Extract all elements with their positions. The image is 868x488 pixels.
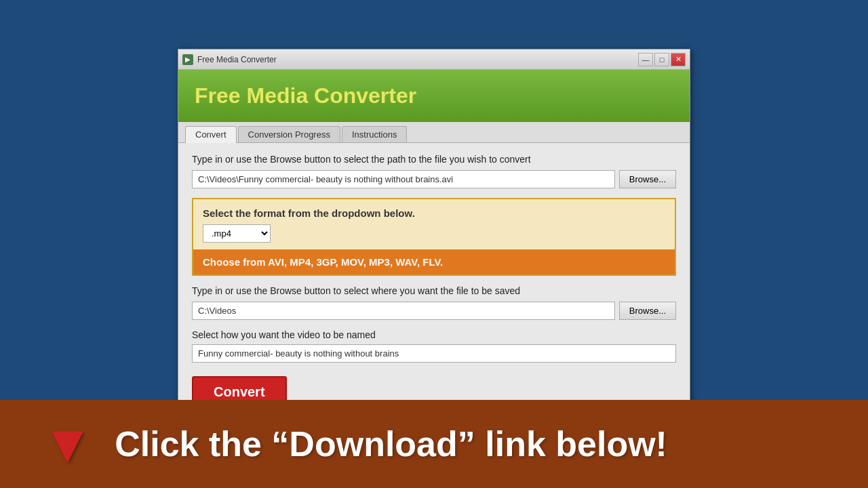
format-box: Select the format from the dropdown belo… (192, 198, 676, 276)
format-dropdown[interactable]: .mp4 .avi .3gp .mov .mp3 .wav .flv (203, 224, 271, 243)
minimize-button[interactable]: — (638, 53, 653, 66)
format-select-row: .mp4 .avi .3gp .mov .mp3 .wav .flv (203, 224, 665, 243)
download-text: Click the “Download” link below! (115, 424, 667, 464)
tab-instructions[interactable]: Instructions (342, 126, 407, 142)
name-label: Select how you want the video to be name… (192, 329, 676, 340)
download-arrow-icon: ▼ (41, 417, 94, 471)
app-header: Free Media Converter (178, 70, 690, 122)
maximize-button[interactable]: □ (654, 53, 669, 66)
titlebar-left: ▶ Free Media Converter (182, 54, 277, 65)
titlebar-title: Free Media Converter (197, 55, 277, 64)
tab-conversion-progress[interactable]: Conversion Progress (238, 126, 340, 142)
dest-instruction: Type in or use the Browse button to sele… (192, 285, 676, 296)
close-button[interactable]: ✕ (671, 53, 686, 66)
name-input[interactable] (192, 344, 676, 363)
format-label: Select the format from the dropdown belo… (203, 207, 665, 219)
titlebar: ▶ Free Media Converter — □ ✕ (178, 49, 690, 70)
tab-bar: Convert Conversion Progress Instructions (178, 122, 690, 143)
app-header-title: Free Media Converter (195, 83, 673, 108)
format-options-bar: Choose from AVI, MP4, 3GP, MOV, MP3, WAV… (193, 249, 675, 274)
app-content: Type in or use the Browse button to sele… (178, 143, 690, 419)
titlebar-controls: — □ ✕ (638, 53, 686, 66)
app-icon: ▶ (182, 54, 193, 65)
tab-convert[interactable]: Convert (185, 126, 237, 143)
bottom-banner: ▼ Click the “Download” link below! (0, 400, 868, 488)
app-window: ▶ Free Media Converter — □ ✕ Free Media … (178, 49, 690, 420)
source-instruction: Type in or use the Browse button to sele… (192, 154, 676, 165)
dest-path-input[interactable] (192, 302, 615, 320)
dest-input-row: Browse... (192, 302, 676, 320)
name-input-row (192, 344, 676, 363)
source-path-input[interactable] (192, 170, 615, 188)
dest-browse-button[interactable]: Browse... (619, 302, 676, 320)
source-input-row: Browse... (192, 170, 676, 188)
source-browse-button[interactable]: Browse... (619, 170, 676, 188)
